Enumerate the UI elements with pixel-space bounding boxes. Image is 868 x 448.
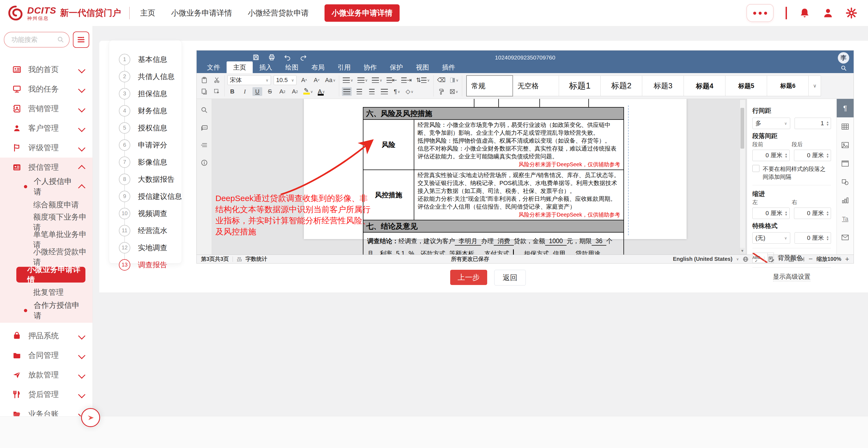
function-search-input[interactable] xyxy=(11,36,57,44)
style-no-spacing[interactable]: 无空格 xyxy=(513,75,559,96)
styles-expand-icon[interactable]: ∨ xyxy=(808,75,821,96)
step-credit-advice[interactable]: 9授信建议信息 xyxy=(119,188,182,205)
step-business-flow[interactable]: 11经营流水 xyxy=(119,222,182,239)
chart-panel-icon[interactable] xyxy=(837,191,854,210)
style-heading5[interactable]: 标题5 xyxy=(725,75,767,96)
strikethrough-icon[interactable]: S xyxy=(265,87,275,96)
header-tab-micro-detail-active[interactable]: 小微业务申请详情 xyxy=(324,4,400,22)
language-selector[interactable]: English (United States) xyxy=(673,256,733,262)
shading-icon[interactable]: ◇∨ xyxy=(404,87,414,96)
align-right-icon[interactable] xyxy=(367,87,377,96)
step-survey-report[interactable]: 13调查报告 xyxy=(119,256,182,273)
special-format-select[interactable]: (无)∨ xyxy=(752,232,790,244)
zoom-in-icon[interactable]: + xyxy=(845,255,849,263)
step-co-borrower[interactable]: 2共借人信息 xyxy=(119,68,182,85)
language-dropdown-icon[interactable]: ∨ xyxy=(736,257,739,261)
sidebar-collapse-menu-button[interactable] xyxy=(73,32,89,48)
sidebar-item-approval-management[interactable]: 批复管理 xyxy=(0,284,92,301)
fit-page-icon[interactable] xyxy=(788,256,794,262)
sidebar-item-my-home[interactable]: 我的首页 xyxy=(0,60,92,79)
shapes-panel-icon[interactable] xyxy=(837,173,854,191)
find-icon[interactable] xyxy=(201,106,208,113)
image-panel-icon[interactable] xyxy=(837,136,854,154)
conclusion-paragraph[interactable]: 调查结论：经调查，建议为客户李明月办理消费贷款，金额1000元，期限36个月，利… xyxy=(363,233,624,254)
step-bigdata-report[interactable]: 8大数据报告 xyxy=(119,171,182,188)
font-color-icon[interactable]: A∨ xyxy=(317,87,327,96)
style-heading4[interactable]: 标题4 xyxy=(684,75,725,96)
increase-indent-icon[interactable]: ⇥ xyxy=(400,76,412,84)
change-case-icon[interactable]: Aa∨ xyxy=(324,76,336,84)
editor-tab-home[interactable]: 主页 xyxy=(226,61,253,73)
sidebar-item-comprehensive-limit[interactable]: 综合额度申请 xyxy=(0,196,92,213)
decrease-indent-icon[interactable]: ⇤ xyxy=(386,76,398,84)
sidebar-item-post-loan[interactable]: 贷后管理 xyxy=(0,385,92,404)
user-icon[interactable] xyxy=(822,7,834,19)
sidebar-item-marketing[interactable]: 营销管理 xyxy=(0,99,92,118)
editor-search-icon[interactable] xyxy=(840,65,847,71)
advanced-settings-link[interactable]: 显示高级设置 xyxy=(773,273,811,281)
word-count-label[interactable]: 字数统计 xyxy=(246,255,268,263)
clear-format-icon[interactable]: ⌫ xyxy=(436,76,446,84)
sidebar-item-credit-management[interactable]: 授信管理 xyxy=(0,158,92,177)
style-normal[interactable]: 常规 xyxy=(466,75,513,97)
grow-font-icon[interactable]: A˄ xyxy=(299,76,309,84)
fit-width-icon[interactable] xyxy=(798,256,805,262)
spellcheck-icon[interactable]: ABC✓ xyxy=(752,256,760,263)
editor-tab-protection[interactable]: 保护 xyxy=(383,61,409,73)
sidebar-item-disbursement[interactable]: 放款管理 xyxy=(0,365,92,385)
comments-icon[interactable] xyxy=(200,125,208,132)
style-heading2[interactable]: 标题2 xyxy=(600,75,642,96)
align-justify-icon[interactable] xyxy=(379,87,389,96)
sidebar-item-under-limit-business[interactable]: 额度项下业务申请 xyxy=(0,213,92,231)
subscript-icon[interactable]: A2 xyxy=(290,87,300,96)
editor-tab-file[interactable]: 文件 xyxy=(200,61,226,73)
indent-right-input[interactable]: 0 厘米▲▼ xyxy=(794,208,831,219)
editor-tab-insert[interactable]: 插入 xyxy=(253,61,279,73)
align-left-icon[interactable] xyxy=(342,87,352,96)
sidebar-group-personal-credit[interactable]: 个人授信申请 xyxy=(0,177,92,196)
line-spacing-icon[interactable]: ⇅∨ xyxy=(415,76,431,84)
editor-tab-plugins[interactable]: 插件 xyxy=(435,61,462,73)
text-art-panel-icon[interactable]: Ta xyxy=(837,210,854,228)
header-tab-micro-loan-apply[interactable]: 小微经营贷款申请 xyxy=(248,8,309,18)
sidebar-item-collateral[interactable]: 押品系统 xyxy=(0,326,92,346)
text-frame-icon[interactable]: ∨ xyxy=(449,87,459,96)
superscript-icon[interactable]: A2 xyxy=(277,87,287,96)
paste-icon[interactable] xyxy=(199,76,209,84)
numbered-list-icon[interactable]: ∨ xyxy=(356,76,369,84)
globe-icon[interactable] xyxy=(743,256,749,262)
highlight-color-icon[interactable]: ∨ xyxy=(303,87,314,96)
line-spacing-number[interactable]: 1▲▼ xyxy=(795,117,831,129)
sidebar-item-rating[interactable]: 评级管理 xyxy=(0,138,92,158)
sidebar-group-partner-credit[interactable]: 合作方授信申请 xyxy=(0,301,92,320)
step-imaging[interactable]: 7影像信息 xyxy=(119,153,182,171)
editor-tab-draw[interactable]: 绘图 xyxy=(279,61,305,73)
align-center-icon[interactable] xyxy=(354,87,364,96)
same-style-spacing-checkbox[interactable]: 不要在相同样式的段落之间添加间隔 xyxy=(752,165,831,181)
font-size-select[interactable]: 10.5∨ xyxy=(274,75,297,85)
bold-icon[interactable]: B xyxy=(227,87,237,96)
multilevel-list-icon[interactable]: ∨ xyxy=(371,76,383,84)
font-name-select[interactable]: 宋体∨ xyxy=(227,75,271,85)
sidebar-item-micro-detail-active[interactable]: 小微业务申请详情 xyxy=(16,267,85,282)
document-canvas[interactable]: 六、风险及风控措施 风险 经营风险：小微企业市场竞争力弱，易受行业波动（如政策变… xyxy=(212,99,747,254)
sidebar-item-micro-loan-apply[interactable]: 小微经营贷款申请 xyxy=(0,248,92,266)
sidebar-item-customers[interactable]: 客户管理 xyxy=(0,118,92,138)
paragraph-marks-icon[interactable]: ¶∨ xyxy=(392,87,402,96)
bullet-list-icon[interactable]: ∨ xyxy=(342,76,354,84)
step-authorization[interactable]: 5授权信息 xyxy=(119,119,182,136)
spacing-after-input[interactable]: 0 厘米▲▼ xyxy=(794,150,831,161)
track-changes-icon[interactable] xyxy=(768,256,774,262)
zoom-out-icon[interactable]: − xyxy=(808,255,812,263)
header-tab-home[interactable]: 主页 xyxy=(140,8,155,18)
more-apps-button[interactable] xyxy=(746,4,774,22)
function-search[interactable] xyxy=(4,32,70,47)
format-painter-icon[interactable] xyxy=(436,87,446,96)
spacing-before-input[interactable]: 0 厘米▲▼ xyxy=(752,150,790,161)
style-heading6[interactable]: 标题6 xyxy=(767,75,809,96)
step-guarantee[interactable]: 3担保信息 xyxy=(119,85,182,102)
paragraph-panel-icon[interactable]: ¶ xyxy=(837,99,854,117)
underline-icon[interactable]: U xyxy=(252,87,262,96)
back-button[interactable]: 返回 xyxy=(494,270,526,285)
track-changes-dropdown-icon[interactable]: ∨ xyxy=(778,257,781,261)
